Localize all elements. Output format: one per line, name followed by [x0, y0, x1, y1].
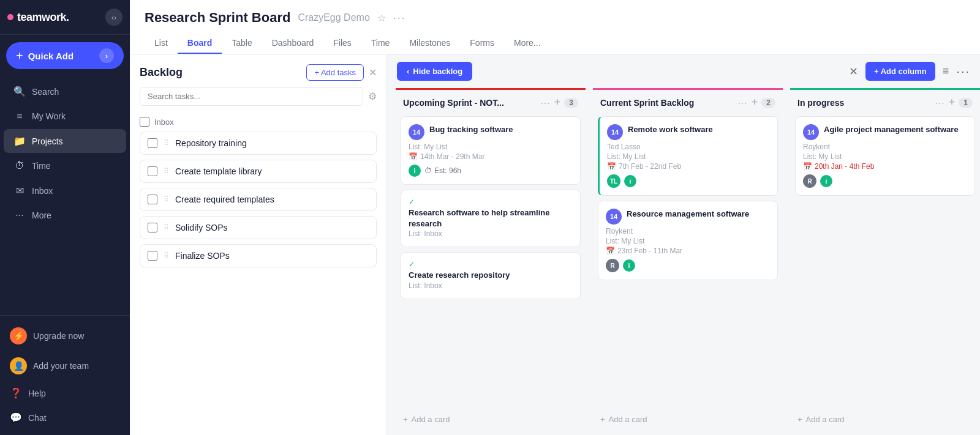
sidebar-item-search[interactable]: 🔍 Search	[4, 80, 126, 103]
list-item[interactable]: ⠿ Create required templates	[140, 188, 377, 211]
kanban-options-icon[interactable]: ···	[956, 64, 970, 78]
column-title: Upcoming Sprint - NOT...	[403, 98, 537, 108]
hide-backlog-button[interactable]: ‹ Hide backlog	[397, 62, 472, 81]
add-team-label: Add your team	[33, 361, 89, 371]
task-name: Solidify SOPs	[175, 223, 228, 232]
close-backlog-button[interactable]: ✕	[369, 67, 377, 78]
list-item[interactable]: ⠿ Finalize SOPs	[140, 244, 377, 267]
board-area: Backlog + Add tasks ✕ ⚙ Inbox ⠿ Reposi	[130, 54, 980, 435]
plus-icon: +	[403, 415, 408, 424]
timer-icon: ⏱	[424, 166, 432, 175]
add-card-button[interactable]: + Add a card	[396, 409, 586, 430]
inbox-checkbox[interactable]	[140, 117, 149, 127]
card-header: 14 Resource management software	[606, 209, 770, 225]
tab-files[interactable]: Files	[323, 33, 361, 54]
card-footer: R i	[606, 259, 770, 272]
task-checkbox[interactable]	[148, 166, 157, 176]
check-icon: ✓	[409, 260, 415, 269]
tab-more[interactable]: More...	[504, 33, 551, 54]
add-column-button[interactable]: + Add column	[865, 62, 935, 81]
search-input[interactable]	[140, 87, 363, 106]
card-checked-row: ✓	[409, 260, 573, 269]
backlog-tasks: Inbox ⠿ Repository training ⠿ Create tem…	[130, 112, 386, 435]
info-icon: i	[624, 175, 636, 187]
calendar-icon: 📅	[803, 162, 812, 171]
add-team-icon: 👤	[10, 357, 27, 374]
filter-lines-icon[interactable]: ≡	[943, 65, 949, 78]
sidebar-item-inbox[interactable]: ✉ Inbox	[4, 179, 126, 203]
kanban-card[interactable]: 14 Bug tracking software List: My List 📅…	[401, 116, 581, 185]
column-add-icon[interactable]: +	[752, 96, 758, 109]
kanban-toolbar: ‹ Hide backlog ✕ + Add column ≡ ···	[387, 54, 980, 88]
tab-list[interactable]: List	[145, 33, 178, 54]
sidebar-item-label: Inbox	[32, 186, 53, 196]
kanban-card[interactable]: 14 Remote work software Ted Lasso List: …	[598, 116, 778, 196]
task-name: Finalize SOPs	[175, 251, 230, 261]
column-options-icon[interactable]: ···	[541, 98, 551, 108]
column-options-icon[interactable]: ···	[738, 98, 748, 108]
card-header: 14 Bug tracking software	[409, 124, 573, 140]
close-kanban-button[interactable]: ✕	[849, 65, 858, 78]
task-checkbox[interactable]	[148, 195, 157, 204]
tab-board[interactable]: Board	[178, 33, 222, 54]
column-options-icon[interactable]: ···	[935, 98, 945, 108]
sidebar-item-my-work[interactable]: ≡ My Work	[4, 105, 126, 128]
sidebar-collapse-button[interactable]: ‹›	[105, 9, 123, 26]
tab-milestones[interactable]: Milestones	[399, 33, 460, 54]
kanban-column-upcoming: Upcoming Sprint - NOT... ··· + 3 14 Bug …	[396, 88, 586, 430]
time-icon: ⏱	[13, 160, 26, 171]
task-checkbox[interactable]	[148, 223, 157, 232]
list-item[interactable]: ⠿ Solidify SOPs	[140, 216, 377, 239]
kanban-card[interactable]: ✓ Create research repository List: Inbox	[401, 252, 581, 299]
add-card-button[interactable]: + Add a card	[790, 409, 980, 430]
list-item[interactable]: ⠿ Create template library	[140, 160, 377, 183]
quick-add-button[interactable]: + Quick Add ›	[6, 42, 124, 69]
task-name: Create required templates	[175, 195, 274, 204]
calendar-icon: 📅	[607, 162, 616, 171]
sidebar-item-projects[interactable]: 📁 Projects	[4, 129, 126, 153]
sidebar-item-more[interactable]: ··· More	[4, 204, 126, 227]
card-footer: TL i	[607, 174, 770, 188]
kanban-card[interactable]: ✓ Research software to help streamline r…	[401, 190, 581, 247]
column-add-icon[interactable]: +	[949, 96, 956, 109]
card-date: 📅 20th Jan - 4th Feb	[803, 162, 967, 171]
sidebar-nav: 🔍 Search ≡ My Work 📁 Projects ⏱ Time ✉ I…	[0, 76, 130, 315]
tab-table[interactable]: Table	[222, 33, 262, 54]
filter-icon[interactable]: ⚙	[368, 91, 377, 102]
header-top: Research Sprint Board CrazyEgg Demo ☆ ··…	[145, 10, 965, 26]
list-item[interactable]: ⠿ Repository training	[140, 132, 377, 155]
task-checkbox[interactable]	[148, 138, 157, 148]
tab-dashboard[interactable]: Dashboard	[262, 33, 324, 54]
add-tasks-button[interactable]: + Add tasks	[306, 64, 364, 81]
kanban-columns: Upcoming Sprint - NOT... ··· + 3 14 Bug …	[387, 88, 980, 435]
upgrade-now-button[interactable]: ⚡ Upgrade now	[4, 321, 126, 351]
drag-handle-icon: ⠿	[164, 223, 169, 232]
avatar: 14	[607, 124, 623, 140]
star-icon[interactable]: ☆	[377, 12, 386, 24]
card-title: Agile project management software	[824, 124, 959, 135]
user-avatar: TL	[607, 174, 620, 188]
tab-time[interactable]: Time	[361, 33, 400, 54]
card-title: Remote work software	[628, 124, 713, 135]
task-checkbox[interactable]	[148, 251, 157, 261]
help-button[interactable]: ❓ Help	[4, 381, 126, 405]
column-add-icon[interactable]: +	[554, 96, 561, 109]
backlog-search: ⚙	[130, 87, 386, 112]
plus-icon: +	[16, 49, 23, 63]
card-header: 14 Remote work software	[607, 124, 770, 140]
check-icon: ✓	[409, 198, 415, 206]
user-avatar: R	[606, 259, 619, 272]
search-icon: 🔍	[13, 86, 26, 97]
kanban-card[interactable]: 14 Agile project management software Roy…	[795, 116, 975, 196]
card-list: List: My List	[607, 152, 770, 161]
kanban-card[interactable]: 14 Resource management software Roykent …	[598, 201, 778, 280]
backlog-actions: + Add tasks ✕	[306, 64, 377, 81]
card-assignee: Ted Lasso	[607, 143, 770, 151]
add-card-button[interactable]: + Add a card	[593, 409, 783, 430]
add-team-button[interactable]: 👤 Add your team	[4, 351, 126, 381]
tab-forms[interactable]: Forms	[460, 33, 504, 54]
project-options-icon[interactable]: ···	[393, 12, 406, 24]
sidebar-item-time[interactable]: ⏱ Time	[4, 154, 126, 177]
chat-button[interactable]: 💬 Chat	[4, 406, 126, 429]
column-cards: 14 Agile project management software Roy…	[790, 114, 980, 409]
